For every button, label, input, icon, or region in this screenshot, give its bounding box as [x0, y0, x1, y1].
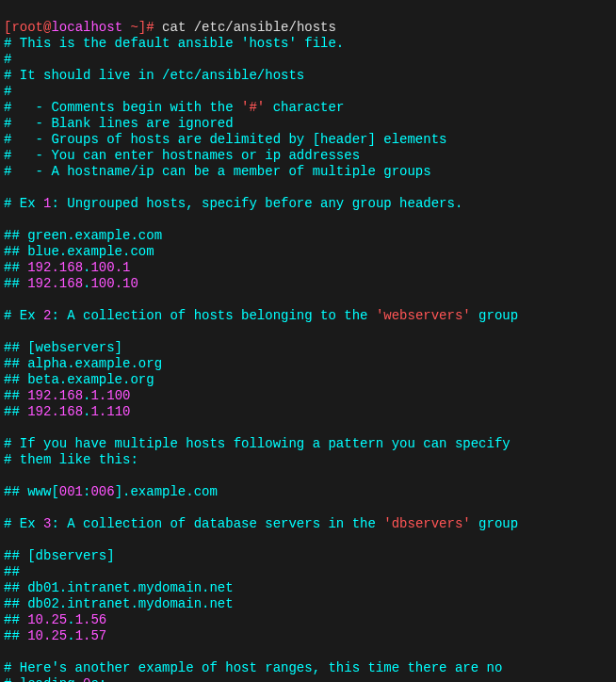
prompt-dir: ~	[122, 20, 138, 35]
text-segment: ##	[4, 628, 27, 643]
text-segment: # If you have multiple hosts following a…	[4, 436, 511, 451]
text-segment: #	[4, 84, 11, 99]
text-segment: ## alpha.example.org	[4, 356, 162, 371]
text-segment: ## www[	[4, 484, 59, 499]
text-segment: ## blue.example.com	[4, 244, 154, 259]
text-segment: .	[67, 628, 74, 643]
text-segment: # - Groups of hosts are delimited by [he…	[4, 132, 446, 147]
text-segment: 001	[59, 484, 83, 499]
text-segment: : Ungrouped hosts, specify before any gr…	[51, 196, 462, 211]
text-segment: .	[67, 612, 74, 627]
text-segment: ## [dbservers]	[4, 548, 115, 563]
text-segment: group	[471, 308, 518, 323]
text-segment: 006	[90, 484, 114, 499]
text-segment: #	[4, 52, 11, 67]
text-segment: 1.110	[90, 404, 130, 419]
text-segment: 10.25	[27, 612, 67, 627]
text-segment: : A collection of hosts belonging to the	[51, 308, 375, 323]
text-segment: 192.168	[27, 276, 83, 291]
prompt-user: root	[11, 20, 43, 35]
text-segment: ##	[4, 612, 27, 627]
text-segment: 'webservers'	[376, 308, 471, 323]
text-segment: # Ex	[4, 196, 43, 211]
text-segment: 1.100	[90, 388, 130, 403]
text-segment: group	[471, 516, 518, 531]
text-segment: 192.168	[27, 260, 83, 275]
text-segment: ## [webservers]	[4, 340, 122, 355]
text-segment: s:	[90, 676, 106, 682]
text-segment: character	[265, 100, 344, 115]
text-segment: 100.10	[90, 276, 138, 291]
text-segment: '#'	[241, 100, 265, 115]
text-segment: ##	[4, 404, 27, 419]
text-segment: ##	[4, 388, 27, 403]
text-segment: ##	[4, 276, 27, 291]
text-segment: # - You can enter hostnames or ip addres…	[4, 148, 360, 163]
text-segment: # This is the default ansible 'hosts' fi…	[4, 36, 344, 51]
text-segment: ## db02.intranet.mydomain.net	[4, 596, 234, 611]
text-segment: ##	[4, 564, 27, 579]
text-segment: # them like this:	[4, 452, 138, 467]
text-segment: 1.56	[75, 612, 107, 627]
text-segment: 192.168	[27, 404, 83, 419]
text-segment: ##	[4, 260, 27, 275]
text-segment: ## green.example.com	[4, 228, 162, 243]
text-segment: 1.57	[75, 628, 107, 643]
prompt-line: [root@localhost ~]# cat /etc/ansible/hos…	[4, 20, 336, 35]
text-segment: 192.168	[27, 388, 83, 403]
file-content: # This is the default ansible 'hosts' fi…	[4, 36, 612, 682]
text-segment: # Here's another example of host ranges,…	[4, 660, 511, 675]
text-segment: : A collection of database servers in th…	[51, 516, 383, 531]
text-segment: 100.1	[90, 260, 130, 275]
text-segment: # - A hostname/ip can be a member of mul…	[4, 164, 431, 179]
text-segment: # - Blank lines are ignored	[4, 116, 234, 131]
text-segment: # - Comments begin with the	[4, 100, 241, 115]
text-segment: # leading	[4, 676, 83, 682]
text-segment: 'dbservers'	[383, 516, 470, 531]
text-segment: ].example.com	[115, 484, 218, 499]
text-segment: # It should live in /etc/ansible/hosts	[4, 68, 304, 83]
text-segment: # Ex	[4, 516, 43, 531]
text-segment: ## beta.example.org	[4, 372, 154, 387]
text-segment: 10.25	[27, 628, 67, 643]
shell-command: cat /etc/ansible/hosts	[162, 20, 336, 35]
prompt-host: localhost	[51, 20, 122, 35]
prompt-bracket-close: ]#	[138, 20, 162, 35]
text-segment: # Ex	[4, 308, 43, 323]
terminal-output[interactable]: [root@localhost ~]# cat /etc/ansible/hos…	[4, 20, 612, 682]
text-segment: ## db01.intranet.mydomain.net	[4, 580, 234, 595]
